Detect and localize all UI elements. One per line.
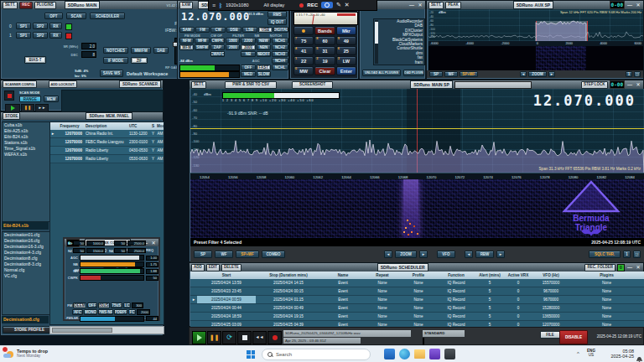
rx-swfm-button[interactable]: SWFM (195, 44, 209, 50)
recorder-menu-icon[interactable]: ≡ (212, 3, 216, 8)
main-zif-button[interactable]: ZIF (131, 57, 148, 64)
keypad-dot-button[interactable] (293, 26, 314, 35)
main-sett-button[interactable]: SETT. (3, 2, 18, 9)
keypad-clear-button[interactable]: Clear (314, 66, 335, 75)
keypad-band-key[interactable]: 531 (314, 46, 335, 55)
transport-loop-button[interactable]: ⟳ (222, 331, 236, 344)
mem-cfg-item[interactable]: Decimisation16.cfg (3, 238, 49, 244)
aux-wf-button[interactable]: WF (444, 71, 458, 77)
ex-pdbpf-button[interactable]: PDBPF (114, 309, 127, 315)
rx-cwafc-button[interactable]: CWAFC (210, 51, 225, 57)
mem-table-row[interactable]: 12070000 FEBC Radio Liangyou 2300-0100 Y… (50, 138, 164, 147)
mem-hscrollbar[interactable] (49, 326, 164, 334)
keypad-band-key[interactable]: 949 (336, 36, 356, 45)
main-opt-button[interactable]: OPT (44, 13, 63, 19)
ex-lc-value[interactable]: 300 (132, 303, 143, 308)
keypad-band-key[interactable]: 860 (314, 36, 335, 45)
sched-add-button[interactable]: ADD (191, 264, 205, 272)
sched-table-row[interactable]: 2025/04/23 23:45 2025/04/24 00:15 Event … (190, 287, 644, 296)
vrx0-sp2-button[interactable]: SP2 (33, 23, 48, 29)
rx-filter-3000-button[interactable]: 3000 (241, 44, 255, 50)
rx-nch3-button[interactable]: NCH3 (272, 51, 288, 57)
rx-filter-1800-button[interactable]: 1800 (226, 38, 240, 44)
sp-sett-button[interactable]: SETT. (191, 81, 206, 89)
ex-notch-freq[interactable]: 2500.0 (127, 240, 146, 246)
keypad-bands-button[interactable]: Bands (314, 26, 335, 35)
pencil-icon[interactable]: ✎ (336, 2, 341, 8)
rx-mode-button[interactable]: CW (210, 27, 226, 33)
rx-nfm-button[interactable]: NFM (179, 38, 194, 44)
tray-expand-icon[interactable]: ^ (577, 351, 579, 356)
rx-cwpk-button[interactable]: CWPK (210, 38, 225, 44)
aux-close-button[interactable]: ✕ (635, 2, 641, 8)
sched-close-button[interactable]: ✕ (635, 264, 641, 271)
rx-volume-slider[interactable] (179, 71, 240, 78)
scanner-add-lockout-button[interactable]: ADD LOCKOUT (49, 80, 77, 88)
camera-icon[interactable] (321, 2, 333, 8)
mem-bank-item[interactable]: Stations.s1b (3, 140, 49, 146)
plugins-close-button[interactable]: ✕ (417, 2, 423, 8)
aux-sett-button[interactable]: SETT. (428, 2, 444, 9)
rx-mode-button[interactable]: LSB (242, 27, 257, 33)
ex-lc-button[interactable]: LC (123, 303, 131, 308)
sched-table-row[interactable]: 2025/04/24 18:59 2025/04/24 19:15 Event … (190, 313, 644, 321)
scan-mem-button[interactable]: MEM (44, 96, 59, 102)
sp-rbw-down-button[interactable]: ◄ (465, 251, 473, 258)
aux-preset-button[interactable]: 1 (626, 71, 632, 77)
aux-sp-wf-button[interactable]: SP+WF (460, 71, 478, 77)
ex-mono-button[interactable]: MONO (84, 309, 97, 315)
mem-table-row[interactable]: 12070000 Radio Liberty 0530-0630 Y AM (50, 155, 164, 163)
keypad-band-key[interactable]: 0MW (293, 66, 314, 75)
ex-notch-bw[interactable]: 50 (114, 248, 127, 253)
rx-nb-button[interactable]: NB (241, 51, 255, 57)
rx-exw-button[interactable]: EXW (179, 2, 193, 9)
plugins-unload-all-button[interactable]: UNLOAD ALL PLUGINS (362, 70, 401, 76)
taskbar-app-icon-4[interactable] (429, 349, 440, 359)
sp-pwr-snr-csv-button[interactable]: PWR & SNR TO CSV (225, 81, 277, 89)
rx-mode-button[interactable]: USB (258, 27, 273, 33)
main-sr-value[interactable]: 2.0 (81, 43, 96, 49)
ex-pwsnr-slider[interactable] (80, 316, 144, 322)
ex-afc-button[interactable]: AFC (72, 309, 83, 315)
plugins-load-button[interactable]: LOAD PLUGINS (403, 70, 424, 76)
windows-start-button[interactable] (247, 350, 255, 359)
recorder-display[interactable]: All display (264, 3, 285, 8)
sp-rbw-up-button[interactable]: ► (496, 251, 505, 258)
sp-spectrum[interactable]: -40-50-60-70-80-90-100-110-120-130 dBm 1… (190, 89, 644, 173)
rx-nboff-button[interactable]: NBOFF (257, 51, 271, 57)
scanner-config-button[interactable]: SCANNER CONFIG (3, 80, 37, 88)
ex-deem-off-button[interactable]: OFF (87, 303, 97, 308)
ex-pws-nr-button[interactable]: PWS-NR (98, 309, 113, 315)
ex-slider[interactable] (80, 261, 144, 267)
aux-spectrum[interactable]: dBm Span 12 kHz FFT 620 Pts RBW 9.68 Hz … (428, 9, 643, 41)
scanner-stop-button[interactable] (4, 90, 14, 101)
mem-cfg-item[interactable]: Decimisation4-3.cfg (3, 250, 49, 256)
keypad-band-key[interactable]: 775 (293, 36, 314, 45)
recorder-rec-button[interactable]: REC (307, 3, 318, 8)
rx-agc-slow-button[interactable]: SLOW (257, 71, 271, 77)
taskbar-search-box[interactable]: Search (262, 349, 371, 360)
main-scheduler-button[interactable]: SCHEDULER (90, 13, 125, 19)
transport-play-button[interactable] (192, 331, 206, 344)
ex-slider[interactable] (80, 268, 144, 274)
ex-notch-freq[interactable]: 2500.0 (127, 248, 146, 253)
ex-fc2-value[interactable]: 2000 (137, 309, 150, 315)
vrx0-rx-button[interactable]: RX (49, 23, 62, 29)
rx-mode-button[interactable]: SAM (179, 27, 195, 33)
main-scan-button[interactable]: SCAN (66, 13, 86, 19)
mem-cfg-item[interactable]: Decimisation01.cfg (3, 232, 49, 238)
mem-bank-item[interactable]: Cuba.s1b (3, 122, 49, 128)
sp-wf-button[interactable]: WF (215, 251, 233, 258)
ex-slider[interactable] (80, 275, 144, 281)
rx-nch4-button[interactable]: NCH4 (272, 58, 288, 64)
rx-nch1-button[interactable]: NCH1 (272, 38, 288, 44)
taskbar-app-icon-5[interactable] (444, 349, 455, 359)
taskbar-weather-widget[interactable]: Temps to drop Next Monday (3, 348, 48, 359)
vrx1-sp2-button[interactable]: SP2 (33, 32, 48, 39)
sp-vfo-button[interactable]: VFO (437, 251, 455, 258)
mem-cfg-item[interactable]: Decimisation8.cfg (3, 256, 49, 261)
notification-bell-icon[interactable] (636, 351, 642, 358)
sp-sp-button[interactable]: SP (194, 251, 212, 258)
keypad-band-key[interactable]: 3LW (336, 56, 356, 65)
sp-resize-corner[interactable]: ◲ (633, 251, 641, 258)
